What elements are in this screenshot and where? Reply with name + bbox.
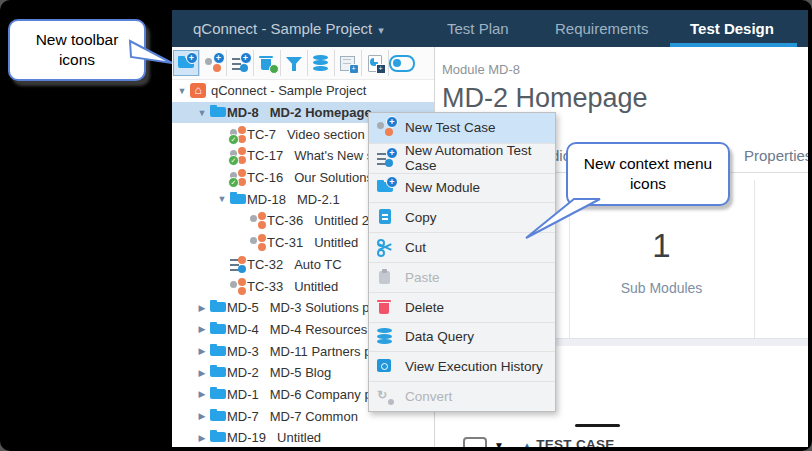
toolbar-button-toggle-view[interactable]: [388, 50, 415, 76]
project-selector[interactable]: qConnect - Sample Project▾: [193, 10, 384, 49]
expand-right-icon[interactable]: ▶: [194, 368, 210, 378]
top-navigation-bar: qConnect - Sample Project▾ Test Plan Req…: [172, 10, 808, 47]
chevron-down-icon: ▾: [378, 24, 384, 36]
menu-item-view-execution-history[interactable]: View Execution History: [369, 351, 555, 381]
module-icon: [210, 364, 227, 381]
paste-icon: [377, 269, 395, 286]
tree-row-id: MD-3: [227, 344, 259, 359]
test-case-auto-icon: [230, 256, 247, 273]
toolbar-button-new-automation-test-case[interactable]: +: [226, 50, 253, 76]
toggle-view-icon: [389, 55, 415, 72]
tree-row-id: TC-16: [247, 170, 283, 185]
test-case-column-header[interactable]: ▲TEST CASE: [522, 437, 615, 447]
module-icon: [210, 343, 227, 360]
screenshot-frame: qConnect - Sample Project▾ Test Plan Req…: [0, 0, 812, 451]
tree-row-id: TC-33: [247, 279, 283, 294]
toolbar-button-new-module[interactable]: +: [173, 50, 199, 76]
toolbar-button-report[interactable]: +: [361, 50, 388, 76]
expand-down-icon[interactable]: ▼: [214, 194, 230, 204]
tree-row-id: MD-8: [227, 105, 259, 120]
expand-right-icon[interactable]: ▶: [194, 324, 210, 334]
context-menu: +New Test Case+New Automation Test Case+…: [368, 112, 556, 412]
test-case-checked-icon: ✓: [230, 126, 247, 143]
tree-row-id: MD-2: [227, 365, 259, 380]
tree-row-id: TC-32: [247, 257, 283, 272]
tree-row-id: MD-1: [227, 387, 259, 402]
tree-row-label: Untitled: [294, 279, 338, 294]
column-label: TEST CASE: [536, 437, 614, 447]
page-title: MD-2 Homepage: [442, 83, 648, 114]
tab-test-plan[interactable]: Test Plan: [447, 10, 509, 47]
sort-asc-icon: ▲: [522, 440, 532, 447]
menu-item-new-automation-test-case[interactable]: +New Automation Test Case: [369, 143, 555, 173]
test-case-icon: [250, 234, 267, 251]
breadcrumb: Module MD-8: [442, 62, 520, 77]
tree-row-label: Untitled 2: [314, 213, 369, 228]
menu-item-delete[interactable]: Delete: [369, 292, 555, 322]
menu-item-label: New Module: [405, 180, 480, 195]
header-dropdown-caret-icon[interactable]: ▼: [494, 440, 504, 447]
expand-right-icon[interactable]: ▶: [194, 346, 210, 356]
tree-row-id: TC-17: [247, 148, 283, 163]
menu-item-label: Cut: [405, 240, 426, 255]
filter-icon: [286, 55, 303, 72]
copy-icon: [377, 209, 395, 226]
callout-toolbar-tail: [128, 38, 176, 70]
tree-row-label: MD-2 Homepage: [270, 105, 372, 120]
toolbar-button-new-test-case[interactable]: +: [199, 50, 226, 76]
callout-menu-tail: [516, 198, 612, 242]
tree-row-label: MD-2.1: [297, 192, 340, 207]
tree-row-id: MD-18: [247, 192, 286, 207]
project-title: qConnect - Sample Project: [193, 20, 372, 37]
module-icon: [210, 321, 227, 338]
new-test-case-icon: +: [205, 55, 222, 72]
callout-toolbar-icons: New toolbar icons: [8, 19, 146, 81]
test-case-icon: [230, 278, 247, 295]
execution-history-icon: [377, 358, 395, 375]
home-icon: ⌂: [190, 83, 206, 98]
menu-item-new-test-case[interactable]: +New Test Case: [369, 113, 555, 143]
tree-toolbar: +++++: [172, 47, 435, 80]
toolbar-button-data-query[interactable]: [307, 50, 334, 76]
expand-right-icon[interactable]: ▶: [194, 433, 210, 443]
test-case-icon: [250, 212, 267, 229]
report-icon: +: [367, 55, 384, 72]
module-icon: [210, 386, 227, 403]
test-case-checked-icon: ✓: [230, 147, 247, 164]
data-query-icon: [377, 328, 395, 345]
tree-row-id: TC-36: [267, 213, 303, 228]
tree-row-label: MD-7 Common: [270, 409, 358, 424]
menu-item-data-query[interactable]: Data Query: [369, 322, 555, 352]
menu-item-label: View Execution History: [405, 359, 543, 374]
tree-row-project-root[interactable]: ▼⌂qConnect - Sample Project: [172, 80, 434, 102]
module-icon: [210, 299, 227, 316]
scrollbar-nub[interactable]: [575, 424, 620, 427]
export-excel-icon: +: [340, 55, 357, 72]
expand-right-icon[interactable]: ▶: [194, 411, 210, 421]
tree-row-label: qConnect - Sample Project: [211, 83, 366, 98]
select-all-checkbox[interactable]: [463, 437, 487, 447]
toolbar-button-filter[interactable]: [280, 50, 307, 76]
tree-row-id: TC-31: [267, 235, 303, 250]
tree-row-label: Untitled: [277, 430, 321, 445]
tree-row-id: MD-7: [227, 409, 259, 424]
expand-down-icon[interactable]: ▼: [194, 108, 210, 118]
tree-row-id: TC-7: [247, 127, 276, 142]
tab-properties[interactable]: Properties: [744, 147, 808, 164]
module-icon: [210, 104, 227, 121]
menu-item-label: New Test Case: [405, 120, 496, 135]
tab-test-design[interactable]: Test Design: [690, 10, 774, 47]
menu-item-label: Copy: [405, 210, 437, 225]
menu-item-paste: Paste: [369, 262, 555, 292]
toolbar-button-delete-recycle[interactable]: [253, 50, 280, 76]
menu-item-label: Paste: [405, 270, 440, 285]
expand-right-icon[interactable]: ▶: [194, 303, 210, 313]
tab-requirements[interactable]: Requirements: [555, 10, 648, 47]
toolbar-button-export-excel[interactable]: +: [334, 50, 361, 76]
callout-context-menu-icons: New context menu icons: [566, 142, 730, 206]
tree-row-md-19[interactable]: ▶MD-19Untitled: [172, 427, 434, 447]
expand-down-icon[interactable]: ▼: [174, 86, 190, 96]
menu-item-convert: ↻Convert: [369, 381, 555, 411]
new-automation-test-case-icon: +: [232, 55, 249, 72]
expand-right-icon[interactable]: ▶: [194, 389, 210, 399]
